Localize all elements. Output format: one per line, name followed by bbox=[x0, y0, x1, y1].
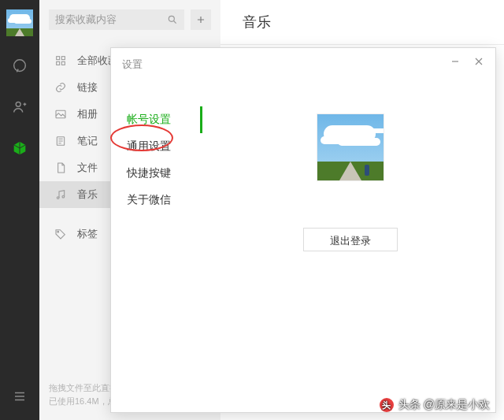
settings-nav: 帐号设置 通用设置 快捷按键 关于微信 bbox=[124, 106, 202, 214]
svg-point-2 bbox=[169, 16, 174, 21]
svg-rect-6 bbox=[61, 61, 65, 65]
user-avatar[interactable] bbox=[6, 9, 33, 36]
svg-rect-4 bbox=[61, 57, 65, 60]
settings-content: 退出登录 bbox=[206, 80, 495, 412]
nav-label: 关于微信 bbox=[127, 193, 171, 206]
svg-point-0 bbox=[14, 60, 26, 72]
search-row: 搜索收藏内容 bbox=[39, 0, 220, 38]
logout-label: 退出登录 bbox=[330, 235, 371, 247]
sidebar-item-label: 音乐 bbox=[77, 188, 98, 202]
minimize-icon bbox=[451, 58, 459, 65]
svg-point-11 bbox=[57, 231, 59, 232]
sidebar-item-label: 标签 bbox=[77, 227, 98, 241]
svg-point-9 bbox=[57, 197, 59, 199]
sidebar-item-label: 链接 bbox=[77, 80, 98, 95]
close-icon bbox=[475, 58, 483, 65]
settings-nav-about[interactable]: 关于微信 bbox=[124, 187, 202, 214]
svg-point-1 bbox=[16, 102, 20, 106]
contacts-icon[interactable] bbox=[9, 96, 31, 118]
sidebar-item-label: 相册 bbox=[77, 107, 98, 121]
nav-label: 通用设置 bbox=[127, 139, 171, 152]
sidebar-item-label: 文件 bbox=[77, 161, 98, 175]
tag-icon bbox=[54, 228, 68, 240]
nav-label: 快捷按键 bbox=[127, 166, 171, 179]
logout-button[interactable]: 退出登录 bbox=[303, 228, 398, 251]
svg-rect-3 bbox=[57, 57, 60, 60]
dialog-title: 设置 bbox=[122, 58, 143, 72]
note-icon bbox=[54, 135, 68, 147]
svg-rect-5 bbox=[57, 61, 60, 65]
photo-icon bbox=[54, 108, 68, 121]
grid-icon bbox=[54, 54, 68, 67]
file-icon bbox=[54, 162, 68, 174]
nav-label: 帐号设置 bbox=[127, 113, 171, 125]
chat-icon[interactable] bbox=[9, 55, 31, 77]
hamburger-menu-icon[interactable] bbox=[9, 385, 31, 407]
add-button[interactable] bbox=[191, 9, 211, 30]
sidebar-item-label: 笔记 bbox=[77, 134, 98, 148]
account-avatar[interactable] bbox=[317, 114, 384, 180]
page-title: 音乐 bbox=[243, 13, 271, 32]
settings-dialog: 设置 帐号设置 通用设置 快捷按键 关于微信 退出登录 bbox=[110, 47, 496, 413]
search-input[interactable]: 搜索收藏内容 bbox=[49, 9, 184, 30]
music-icon bbox=[54, 188, 68, 201]
svg-point-10 bbox=[62, 195, 65, 198]
app-left-rail bbox=[0, 0, 39, 420]
link-icon bbox=[54, 81, 68, 94]
main-header: 音乐 bbox=[220, 0, 504, 45]
plus-icon bbox=[195, 14, 206, 25]
close-button[interactable] bbox=[467, 53, 491, 70]
minimize-button[interactable] bbox=[443, 53, 467, 70]
settings-nav-shortcuts[interactable]: 快捷按键 bbox=[124, 160, 202, 187]
search-icon bbox=[167, 14, 178, 25]
settings-nav-account[interactable]: 帐号设置 bbox=[124, 106, 202, 133]
search-placeholder: 搜索收藏内容 bbox=[55, 13, 167, 27]
account-avatar-wrap bbox=[206, 114, 495, 180]
window-controls bbox=[443, 53, 491, 70]
settings-nav-general[interactable]: 通用设置 bbox=[124, 133, 202, 160]
favorites-cube-icon[interactable] bbox=[9, 137, 31, 159]
